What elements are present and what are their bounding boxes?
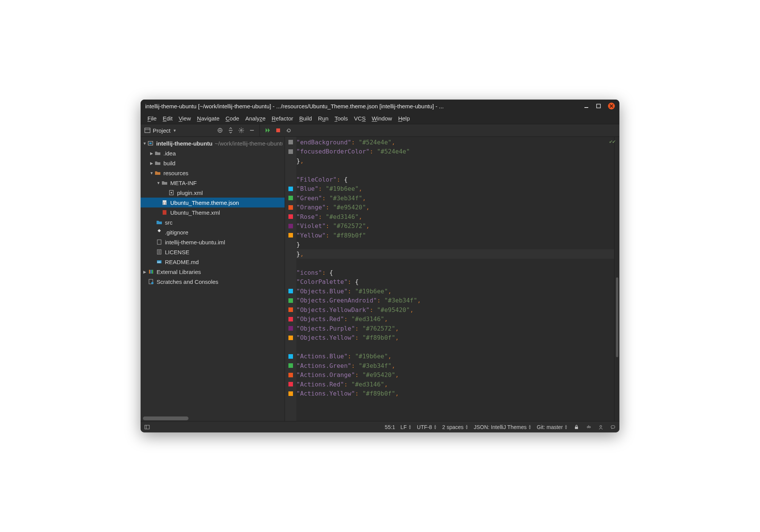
collapse-icon[interactable] [247, 125, 257, 136]
color-swatch-icon [288, 373, 293, 377]
tree-item-idea[interactable]: ▶ .idea [141, 148, 285, 158]
tree-item-build[interactable]: ▶ build [141, 158, 285, 168]
menu-vcs[interactable]: VCS [351, 114, 369, 123]
menu-code[interactable]: Code [223, 114, 242, 123]
menu-help[interactable]: Help [395, 114, 413, 123]
main-area: ▼ intellij-theme-ubuntu ~/work/intellij-… [141, 137, 619, 421]
chevron-right-icon[interactable]: ▶ [149, 151, 154, 155]
status-indent[interactable]: 2 spaces▲▼ [442, 424, 469, 430]
tree-label: intellij-theme-ubuntu [156, 140, 212, 147]
svg-rect-42 [611, 426, 615, 428]
svg-rect-35 [145, 425, 149, 429]
plugin-file-icon [168, 189, 175, 196]
chevron-right-icon[interactable]: ▶ [142, 270, 147, 274]
tree-item-extlib[interactable]: ▶ External Libraries [141, 267, 285, 277]
svg-rect-32 [152, 270, 153, 274]
tree-item-themejson[interactable]: { } Ubuntu_Theme.theme.json [141, 198, 285, 207]
inspection-ok-icon[interactable]: ✔✔ [609, 138, 616, 144]
tree-item-themexml[interactable]: Ubuntu_Theme.xml [141, 207, 285, 217]
reload-icon[interactable] [283, 125, 294, 136]
svg-point-10 [241, 130, 242, 131]
svg-text:MD: MD [157, 261, 161, 263]
color-swatch-icon [288, 196, 293, 200]
color-swatch-icon [288, 391, 293, 396]
memory-icon[interactable] [597, 424, 604, 431]
menu-refactor[interactable]: Refactor [269, 114, 296, 123]
status-position[interactable]: 55:1 [385, 424, 395, 430]
markdown-file-icon: MD [156, 258, 163, 265]
menu-tools[interactable]: Tools [331, 114, 351, 123]
chevron-down-icon[interactable]: ▼ [142, 141, 147, 146]
lock-icon[interactable] [573, 424, 580, 431]
svg-rect-4 [145, 128, 150, 133]
svg-point-39 [589, 426, 591, 428]
statusbar: 55:1 LF▲▼ UTF-8▲▼ 2 spaces▲▼ JSON: Intel… [141, 421, 619, 432]
status-git-branch[interactable]: Git: master▲▼ [537, 424, 568, 430]
chevron-down-icon[interactable]: ▼ [149, 171, 154, 175]
inspections-icon[interactable] [585, 424, 592, 431]
color-swatch-icon [288, 187, 293, 191]
editor[interactable]: "endBackground": "#524e4e", "focusedBord… [285, 137, 619, 421]
expand-all-icon[interactable] [225, 125, 236, 136]
tree-item-gitignore[interactable]: .gitignore [141, 227, 285, 237]
maximize-button[interactable] [596, 103, 601, 109]
menu-analyze[interactable]: Analyze [242, 114, 268, 123]
tree-item-readme[interactable]: MD README.md [141, 257, 285, 267]
color-swatch-icon [288, 289, 293, 293]
menu-run[interactable]: Run [315, 114, 332, 123]
tree-item-resources[interactable]: ▼ resources [141, 168, 285, 178]
tree-scrollbar[interactable] [141, 416, 285, 421]
status-filetype[interactable]: JSON: IntelliJ Themes▲▼ [474, 424, 532, 430]
menu-edit[interactable]: Edit [160, 114, 176, 123]
folder-icon [154, 150, 161, 157]
menu-navigate[interactable]: Navigate [194, 114, 222, 123]
menu-view[interactable]: View [176, 114, 194, 123]
color-swatch-icon [288, 298, 293, 303]
menu-window[interactable]: Window [369, 114, 395, 123]
menu-build[interactable]: Build [296, 114, 315, 123]
color-swatch-icon [288, 317, 293, 321]
chevron-right-icon[interactable]: ▶ [149, 161, 154, 165]
color-swatch-icon [288, 149, 293, 154]
svg-rect-14 [276, 128, 280, 132]
overview-ruler[interactable] [614, 137, 619, 421]
tree-root[interactable]: ▼ intellij-theme-ubuntu ~/work/intellij-… [141, 138, 285, 148]
tree-item-src[interactable]: src [141, 217, 285, 227]
color-swatch-icon [288, 307, 293, 312]
color-swatch-icon [288, 382, 293, 386]
color-swatch-icon [288, 336, 293, 340]
window-controls [584, 103, 615, 109]
status-encoding[interactable]: UTF-8▲▼ [417, 424, 437, 430]
resources-folder-icon [154, 169, 161, 176]
settings-icon[interactable] [236, 125, 247, 136]
color-swatch-icon [288, 363, 293, 368]
menu-file[interactable]: File [144, 114, 160, 123]
color-swatch-icon [288, 140, 293, 144]
select-opened-file-icon[interactable] [215, 125, 225, 136]
tree-item-metainf[interactable]: ▼ META-INF [141, 178, 285, 188]
stop-icon[interactable] [273, 125, 283, 136]
color-swatch-icon [288, 233, 293, 238]
window-title: intellij-theme-ubuntu [~/work/intellij-t… [145, 103, 581, 109]
project-tool-header[interactable]: Project ▼ [141, 127, 180, 134]
close-button[interactable] [608, 103, 615, 109]
project-label: Project [153, 127, 171, 134]
run-icon[interactable] [262, 125, 273, 136]
module-icon [147, 140, 154, 147]
toolbar: Project ▼ [141, 124, 619, 137]
svg-rect-23 [157, 240, 161, 244]
svg-marker-12 [266, 128, 268, 133]
tree-item-iml[interactable]: intellij-theme-ubuntu.iml [141, 237, 285, 247]
tree-item-pluginxml[interactable]: plugin.xml [141, 188, 285, 198]
notifications-icon[interactable] [610, 424, 616, 431]
chevron-down-icon[interactable]: ▼ [156, 181, 161, 185]
tree-item-scratches[interactable]: Scratches and Consoles [141, 277, 285, 287]
svg-rect-1 [597, 104, 600, 108]
svg-rect-21 [163, 210, 166, 215]
toolwindow-toggle-icon[interactable] [144, 424, 150, 431]
status-line-separator[interactable]: LF▲▼ [401, 424, 412, 430]
minimize-button[interactable] [584, 103, 589, 109]
tree-item-license[interactable]: LICENSE [141, 247, 285, 257]
editor-gutter [285, 137, 296, 421]
code-area[interactable]: "endBackground": "#524e4e", "focusedBord… [296, 137, 614, 421]
